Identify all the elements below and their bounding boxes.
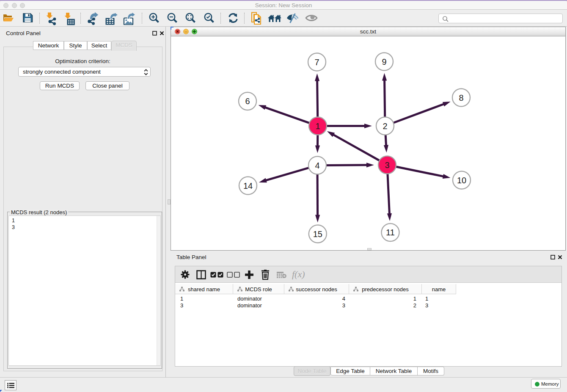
svg-text:4: 4: [315, 161, 319, 170]
svg-text:9: 9: [382, 57, 386, 66]
svg-text:6: 6: [245, 97, 250, 106]
svg-text:2: 2: [383, 121, 387, 131]
svg-text:1: 1: [315, 121, 320, 131]
svg-text:10: 10: [457, 176, 466, 185]
svg-text:11: 11: [386, 228, 395, 237]
svg-text:8: 8: [459, 93, 463, 102]
svg-text:15: 15: [313, 229, 322, 239]
svg-text:7: 7: [314, 58, 319, 67]
svg-text:14: 14: [243, 181, 253, 190]
svg-text:3: 3: [385, 160, 389, 170]
